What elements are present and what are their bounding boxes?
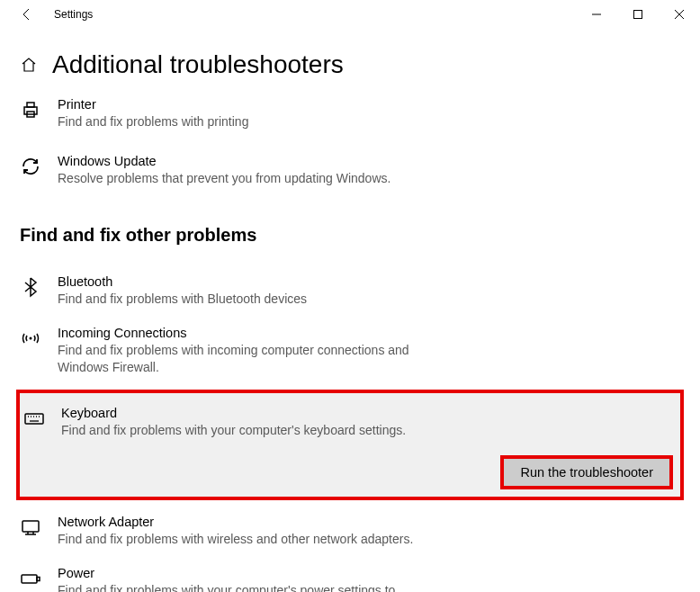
content: Printer Find and fix problems with print… bbox=[0, 92, 700, 592]
keyboard-icon bbox=[23, 408, 45, 429]
troubleshooter-title: Windows Update bbox=[58, 154, 680, 168]
maximize-button[interactable] bbox=[617, 0, 659, 29]
troubleshooter-title: Incoming Connections bbox=[58, 326, 680, 340]
troubleshooter-title: Network Adapter bbox=[58, 515, 680, 529]
troubleshooter-desc: Find and fix problems with incoming comp… bbox=[58, 342, 444, 376]
troubleshooter-keyboard[interactable]: Keyboard Find and fix problems with your… bbox=[23, 400, 677, 443]
home-icon[interactable] bbox=[20, 56, 38, 74]
troubleshooter-title: Printer bbox=[58, 97, 680, 112]
svg-rect-5 bbox=[27, 103, 34, 107]
troubleshooter-network-adapter[interactable]: Network Adapter Find and fix problems wi… bbox=[20, 506, 680, 557]
incoming-icon bbox=[20, 327, 41, 349]
bluetooth-icon bbox=[20, 276, 41, 298]
troubleshooter-title: Bluetooth bbox=[58, 274, 680, 289]
troubleshooter-bluetooth[interactable]: Bluetooth Find and fix problems with Blu… bbox=[20, 265, 680, 317]
svg-rect-20 bbox=[37, 578, 40, 581]
svg-rect-19 bbox=[22, 575, 37, 583]
network-icon bbox=[20, 516, 41, 538]
window-title: Settings bbox=[54, 8, 93, 21]
troubleshooter-desc: Find and fix problems with your computer… bbox=[61, 422, 448, 439]
troubleshooter-title: Power bbox=[58, 566, 680, 580]
window-controls bbox=[576, 0, 700, 29]
troubleshooter-power[interactable]: Power Find and fix problems with your co… bbox=[20, 557, 680, 592]
troubleshooter-desc: Resolve problems that prevent you from u… bbox=[58, 170, 444, 187]
svg-rect-15 bbox=[22, 521, 39, 532]
page-header: Additional troubleshooters bbox=[0, 29, 700, 92]
troubleshooter-keyboard-highlighted: Keyboard Find and fix problems with your… bbox=[16, 390, 684, 500]
back-button[interactable] bbox=[16, 4, 38, 25]
power-icon bbox=[20, 568, 41, 589]
troubleshooter-desc: Find and fix problems with printing bbox=[58, 113, 444, 130]
section-header: Find and fix other problems bbox=[20, 225, 680, 246]
svg-rect-8 bbox=[25, 414, 43, 424]
troubleshooter-desc: Find and fix problems with wireless and … bbox=[58, 531, 444, 548]
troubleshooter-desc: Find and fix problems with your computer… bbox=[58, 582, 444, 592]
close-button[interactable] bbox=[659, 0, 700, 29]
troubleshooter-title: Keyboard bbox=[61, 406, 677, 420]
svg-rect-4 bbox=[24, 107, 37, 114]
minimize-button[interactable] bbox=[576, 0, 617, 29]
printer-icon bbox=[20, 99, 41, 121]
update-icon bbox=[20, 156, 41, 177]
troubleshooter-windows-update[interactable]: Windows Update Resolve problems that pre… bbox=[20, 148, 680, 193]
troubleshooter-desc: Find and fix problems with Bluetooth dev… bbox=[58, 291, 444, 308]
titlebar: Settings bbox=[0, 0, 700, 29]
troubleshooter-printer[interactable]: Printer Find and fix problems with print… bbox=[20, 92, 680, 136]
svg-rect-1 bbox=[634, 11, 642, 19]
run-troubleshooter-button[interactable]: Run the troubleshooter bbox=[500, 455, 673, 489]
troubleshooter-incoming-connections[interactable]: Incoming Connections Find and fix proble… bbox=[20, 317, 680, 385]
page-title: Additional troubleshooters bbox=[52, 50, 344, 79]
svg-point-7 bbox=[30, 336, 32, 339]
